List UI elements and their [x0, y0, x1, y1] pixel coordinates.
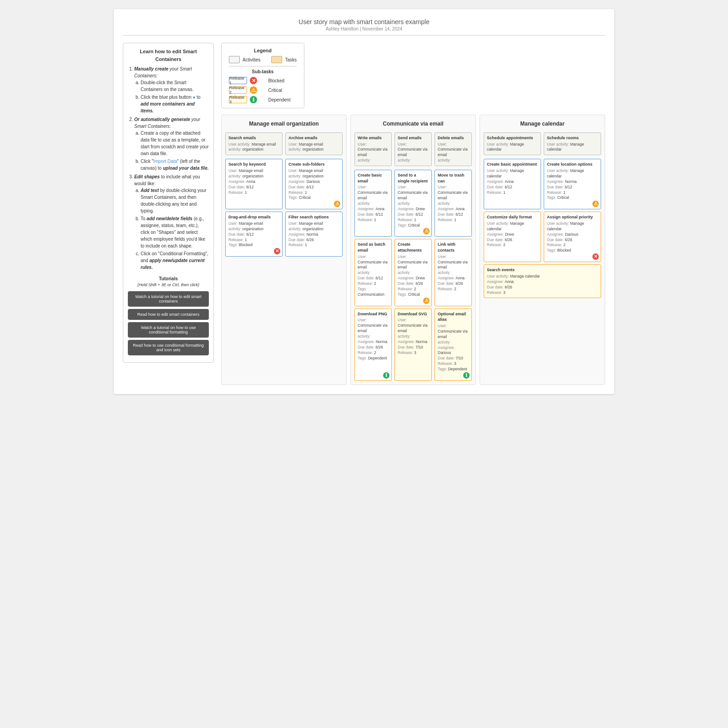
legend-tasks-label: Tasks [285, 57, 297, 62]
legend-title: Legend [229, 48, 297, 53]
release1-box: Release 1 [229, 77, 247, 84]
instructions-title: Learn how to edit Smart Containers [128, 48, 209, 63]
legend-blocked-label: Blocked [268, 77, 297, 84]
instruction-sub-3a: Add text by double-clicking your Smart C… [141, 187, 209, 214]
main-layout: Learn how to edit Smart Containers Manua… [123, 43, 605, 385]
page-title: User story map with smart containers exa… [123, 18, 605, 25]
instruction-sub-2b: Click "Import Data" (left of the canvas)… [141, 158, 209, 172]
legend-subtasks-title: Sub-tasks [229, 69, 297, 74]
legend-tasks-item: Tasks [271, 56, 297, 63]
critical-badge-location: ⚠ [592, 201, 599, 207]
card-drag-drop-emails: Drag-and-drop emails User: Manage email … [225, 212, 283, 257]
legend-r1-item: Release 1 ✕ [229, 77, 258, 84]
critical-badge-single: ⚠ [423, 228, 430, 234]
column-manage-email-org: Manage email organization Search emails … [221, 115, 347, 385]
page-subtitle: Ashley Hamilton | November 14, 2024 [123, 26, 605, 35]
right-panel: Legend Activities Tasks Sub-tasks Relea [221, 43, 605, 385]
instruction-sub-3c: Click on "Conditional Formatting", and a… [141, 250, 209, 271]
critical-icon: ⚠ [250, 86, 257, 94]
instruction-item-2: Or automatically generate your Smart Con… [134, 116, 209, 172]
card-link-contacts: Link with contacts User: Communicate via… [435, 239, 472, 306]
card-download-svg: Download SVG User: Communicate via email… [394, 308, 432, 381]
legend-subtasks-grid: Release 1 ✕ Blocked Release 2 ⚠ Critical [229, 77, 297, 103]
card-filter-search: Filter search options User: Manage email… [285, 212, 343, 257]
col2-subtask-row3: Download PNG User: Communicate via email… [354, 308, 472, 381]
col2-subtask-row1: Create basic email User: Communicate via… [354, 170, 472, 237]
card-create-attachments: Create attachments User: Communicate via… [394, 239, 432, 306]
column-communicate-email: Communicate via email Write emails User:… [350, 115, 476, 385]
column-manage-calendar: Manage calendar Schedule appointments Us… [480, 115, 605, 385]
dependent-badge-alias: ℹ [463, 372, 470, 379]
legend-critical-label: Critical [268, 86, 297, 94]
legend-r2-item: Release 2 ⚠ [229, 86, 258, 94]
col2-header: Communicate via email [354, 119, 472, 129]
card-assign-priority: Assign optional priority User activity: … [544, 212, 601, 262]
tutorial-btn-1[interactable]: Watch a tutorial on how to edit smart co… [128, 291, 209, 307]
critical-badge-subfolders: ⚠ [334, 201, 340, 207]
card-create-location: Create location options User activity: M… [544, 159, 601, 209]
activity-delete-emails: Delete emails User: Communicate via emai… [435, 132, 472, 166]
card-create-basic-appt: Create basic appointment User activity: … [484, 159, 541, 209]
instructions-list: Manually create your Smart Containers: D… [128, 66, 209, 271]
activity-schedule-appointments: Schedule appointments User activity: Man… [484, 132, 541, 155]
tasks-shape [271, 56, 282, 63]
activity-send-emails: Send emails User: Communicate via email … [394, 132, 432, 166]
card-move-trash: Move to trash can User: Communicate via … [435, 170, 472, 237]
col3-header: Manage calendar [484, 119, 601, 129]
col1-subtask-row2: Drag-and-drop emails User: Manage email … [225, 212, 343, 257]
instruction-sub-1b: Click the blue plus button ● to add more… [141, 94, 209, 114]
instruction-item-1: Manually create your Smart Containers: D… [134, 66, 209, 114]
instruction-sub-3b: To add new/delete fields (e.g., assignee… [141, 215, 209, 249]
card-send-single: Send to a single recipient User: Communi… [394, 170, 432, 237]
instructions-box: Learn how to edit Smart Containers Manua… [123, 43, 214, 363]
blocked-badge-drag: ✕ [274, 248, 280, 254]
legend-box: Legend Activities Tasks Sub-tasks Relea [221, 43, 304, 108]
blocked-badge-priority: ✕ [592, 253, 599, 260]
tutorials-sub: (Hold Shift + 3E or Ctrl, then click) [128, 282, 209, 288]
tutorials-title: Tutorials [128, 275, 209, 282]
page-wrapper: User story map with smart containers exa… [114, 9, 614, 394]
legend-dependent-label: Dependent [268, 96, 297, 103]
activities-shape [229, 56, 240, 63]
release2-box: Release 2 [229, 86, 247, 94]
col3-subtask-row2: Customize daily format User activity: Ma… [484, 212, 601, 262]
col2-subtask-row2: Send as batch email User: Communicate vi… [354, 239, 472, 306]
story-map: Manage email organization Search emails … [221, 115, 605, 385]
instruction-sub-1a: Double-click the Smart Containers on the… [141, 79, 209, 93]
legend-main-row: Activities Tasks [229, 56, 297, 63]
critical-badge-attach: ⚠ [423, 298, 430, 304]
legend-activities-label: Activities [243, 57, 260, 62]
left-panel: Learn how to edit Smart Containers Manua… [123, 43, 214, 363]
activity-schedule-rooms: Schedule rooms User activity: Manage cal… [544, 132, 601, 155]
instruction-sub-2a: Create a copy of the attached data file … [141, 130, 209, 157]
col3-subtask-row1: Create basic appointment User activity: … [484, 159, 601, 209]
card-customize-daily: Customize daily format User activity: Ma… [484, 212, 541, 262]
legend-r3-item: Release 3 ℹ [229, 96, 258, 103]
col1-activities-row: Search emails User activity: Manage emai… [225, 132, 343, 155]
card-download-png: Download PNG User: Communicate via email… [354, 308, 392, 381]
col1-subtask-row1: Search by keyword User: Manage email act… [225, 159, 343, 209]
card-search-events: Search events User activity: Manage cale… [484, 264, 601, 298]
blocked-icon: ✕ [250, 77, 257, 84]
card-search-keyword: Search by keyword User: Manage email act… [225, 159, 283, 209]
tutorial-btn-2[interactable]: Read how to edit smart containers [128, 309, 209, 320]
card-optional-alias: Optional email alias User: Communicate v… [435, 308, 472, 381]
col2-activities-row: Write emails User: Communicate via email… [354, 132, 472, 166]
tutorials-section: Tutorials (Hold Shift + 3E or Ctrl, then… [128, 275, 209, 355]
dependent-badge-png: ℹ [383, 372, 389, 379]
card-create-subfolders: Create sub-folders User: Manage email ac… [285, 159, 343, 209]
tutorial-btn-4[interactable]: Read how to use conditional formatting a… [128, 340, 209, 355]
col1-header: Manage email organization [225, 119, 343, 129]
legend-divider [229, 66, 297, 66]
instruction-item-3: Edit shapes to include what you would li… [134, 173, 209, 271]
activity-search-emails: Search emails User activity: Manage emai… [225, 132, 283, 155]
card-create-basic-email: Create basic email User: Communicate via… [354, 170, 392, 237]
release3-box: Release 3 [229, 96, 247, 103]
legend-activities-item: Activities [229, 56, 260, 63]
col3-activities-row: Schedule appointments User activity: Man… [484, 132, 601, 155]
col3-subtask-row3: Search events User activity: Manage cale… [484, 264, 601, 298]
tutorial-btn-3[interactable]: Watch a tutorial on how to use condition… [128, 322, 209, 338]
activity-write-emails: Write emails User: Communicate via email… [354, 132, 392, 166]
card-send-batch: Send as batch email User: Communicate vi… [354, 239, 392, 306]
activity-archive-emails: Archive emails User: Manage email activi… [285, 132, 343, 155]
